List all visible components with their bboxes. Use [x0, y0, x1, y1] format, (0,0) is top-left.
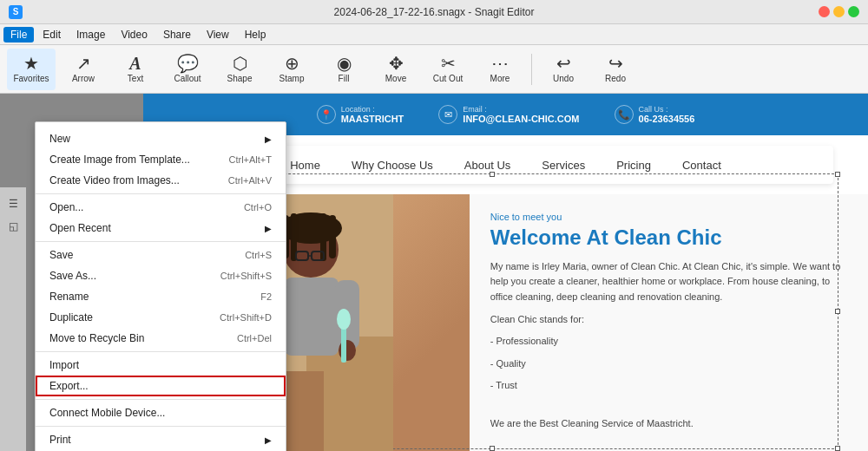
move-recycle-label: Move to Recycle Bin [49, 332, 144, 344]
toolbar: ★ Favorites ↗ Arrow A Text 💬 Callout ⬡ S… [0, 45, 868, 94]
arrow-icon: ↗ [76, 55, 91, 72]
nav-about[interactable]: About Us [449, 150, 526, 180]
fill-button[interactable]: ◉ Fill [319, 49, 368, 90]
email-item: ✉ Email : INFO@CLEAN-CHIC.COM [438, 105, 579, 124]
callout-button[interactable]: 💬 Callout [163, 49, 212, 90]
dropdown-export[interactable]: Export... [36, 376, 286, 396]
arrow-button[interactable]: ↗ Arrow [59, 49, 108, 90]
dropdown-print[interactable]: Print ▶ [36, 429, 286, 450]
app-icon: S [9, 5, 23, 19]
nav-pricing[interactable]: Pricing [601, 150, 667, 180]
dropdown-connect-mobile[interactable]: Connect Mobile Device... [36, 402, 286, 423]
stamp-label: Stamp [279, 74, 305, 83]
print-label: Print [49, 434, 71, 446]
dropdown-import[interactable]: Import [36, 355, 286, 376]
move-button[interactable]: ✥ Move [372, 49, 420, 90]
undo-icon: ↩ [556, 55, 571, 72]
dropdown-move-recycle[interactable]: Move to Recycle Bin Ctrl+Del [36, 328, 286, 349]
hero-text-area: Nice to meet you Welcome At Clean Chic M… [470, 194, 868, 451]
move-recycle-shortcut: Ctrl+Del [237, 333, 272, 343]
nav-services[interactable]: Services [526, 150, 601, 180]
dropdown-save[interactable]: Save Ctrl+S [36, 245, 286, 265]
open-shortcut: Ctrl+O [244, 202, 272, 212]
dropdown-rename[interactable]: Rename F2 [36, 286, 286, 307]
svg-point-20 [337, 309, 351, 330]
fill-label: Fill [339, 74, 350, 83]
minimize-button[interactable] [833, 6, 845, 17]
sidebar-tool-1[interactable]: ☰ [3, 194, 23, 213]
description-text: My name is Irley Maria, owner of Clean C… [490, 259, 847, 305]
open-label: Open... [49, 201, 83, 213]
save-label: Save [49, 249, 73, 261]
duplicate-label: Duplicate [49, 311, 93, 324]
menu-image[interactable]: Image [69, 27, 112, 42]
dropdown-new[interactable]: New ▶ [36, 128, 286, 149]
menu-share[interactable]: Share [156, 27, 198, 42]
favorites-icon: ★ [23, 55, 39, 72]
nav-contact[interactable]: Contact [667, 150, 737, 180]
menu-file[interactable]: File [3, 27, 34, 42]
callout-icon: 💬 [177, 55, 199, 72]
cutout-button[interactable]: ✂ Cut Out [424, 49, 472, 90]
location-item: 📍 Location : MAASTRICHT [317, 105, 404, 124]
location-value: MAASTRICHT [341, 114, 404, 124]
shape-button[interactable]: ⬡ Shape [215, 49, 264, 90]
phone-value: 06-23634556 [639, 114, 695, 124]
dropdown-group-5: Connect Mobile Device... [36, 400, 286, 427]
create-video-label: Create Video from Images... [49, 174, 180, 186]
dropdown-create-image[interactable]: Create Image from Template... Ctrl+Alt+T [36, 149, 286, 170]
create-image-label: Create Image from Template... [49, 154, 190, 166]
open-recent-arrow: ▶ [265, 224, 272, 233]
redo-button[interactable]: ↪ Redo [591, 49, 640, 90]
more-button[interactable]: ⋯ More [476, 49, 524, 90]
stands-for-1: - Professionality [490, 334, 847, 350]
connect-mobile-label: Connect Mobile Device... [49, 407, 165, 419]
close-button[interactable] [819, 6, 830, 17]
left-sidebar: ☰ ◱ [0, 187, 26, 451]
dropdown-group-6: Print ▶ [36, 427, 286, 451]
stamp-button[interactable]: ⊕ Stamp [267, 49, 316, 90]
stands-for-3: - Trust [490, 378, 847, 394]
favorites-button[interactable]: ★ Favorites [7, 49, 56, 90]
dropdown-duplicate[interactable]: Duplicate Ctrl+Shift+D [36, 307, 286, 328]
text-label: Text [128, 74, 143, 83]
text-button[interactable]: A Text [111, 49, 160, 90]
nav-why-choose[interactable]: Why Choose Us [336, 150, 449, 180]
email-label: Email : [463, 105, 579, 114]
save-as-label: Save As... [49, 270, 96, 282]
undo-button[interactable]: ↩ Undo [539, 49, 588, 90]
arrow-label: Arrow [72, 74, 95, 83]
svg-rect-12 [285, 278, 339, 356]
canvas-area: ☰ ◱ 📍 Location : MAASTRICHT ✉ Email : IN… [0, 94, 868, 451]
email-icon: ✉ [438, 105, 457, 124]
menu-view[interactable]: View [200, 27, 236, 42]
maximize-button[interactable] [848, 6, 859, 17]
dropdown-group-4: Import Export... [36, 352, 286, 400]
import-label: Import [49, 359, 79, 371]
export-label: Export... [49, 380, 89, 392]
rename-label: Rename [49, 291, 89, 303]
dropdown-create-video[interactable]: Create Video from Images... Ctrl+Alt+V [36, 170, 286, 191]
new-arrow: ▶ [265, 134, 272, 144]
favorites-label: Favorites [13, 74, 49, 83]
hero-description: My name is Irley Maria, owner of Clean C… [490, 259, 847, 451]
dropdown-open[interactable]: Open... Ctrl+O [36, 197, 286, 218]
menu-video[interactable]: Video [114, 27, 154, 42]
dropdown-open-recent[interactable]: Open Recent ▶ [36, 218, 286, 239]
dropdown-group-1: New ▶ Create Image from Template... Ctrl… [36, 126, 286, 194]
phone-icon: 📞 [615, 105, 634, 124]
shape-icon: ⬡ [233, 55, 247, 72]
menu-edit[interactable]: Edit [36, 27, 68, 42]
location-label: Location : [341, 105, 404, 114]
dropdown-save-as[interactable]: Save As... Ctrl+Shift+S [36, 265, 286, 286]
dropdown-group-2: Open... Ctrl+O Open Recent ▶ [36, 194, 286, 242]
window-controls [819, 6, 859, 17]
title-bar-text: 2024-06-28_17-22-16.snagx - Snagit Edito… [0, 6, 868, 18]
sidebar-tool-2[interactable]: ◱ [3, 217, 23, 236]
print-arrow: ▶ [265, 435, 272, 445]
redo-label: Redo [605, 74, 626, 83]
open-recent-label: Open Recent [49, 222, 111, 234]
stamp-icon: ⊕ [285, 55, 299, 72]
save-shortcut: Ctrl+S [245, 250, 272, 260]
menu-help[interactable]: Help [238, 27, 273, 42]
